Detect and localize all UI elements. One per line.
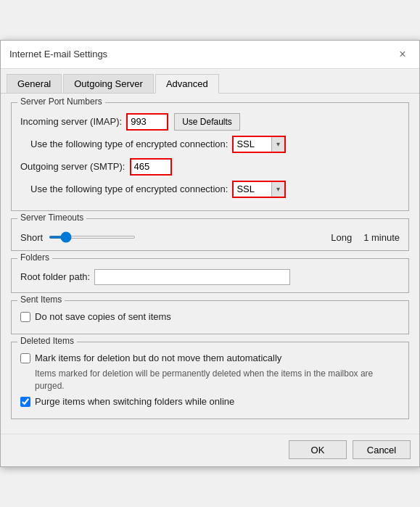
server-ports-title: Server Port Numbers (17, 96, 105, 107)
timeout-slider[interactable] (49, 236, 136, 239)
tab-outgoing[interactable]: Outgoing Server (63, 74, 154, 94)
imap-encryption-row: Use the following type of encrypted conn… (20, 136, 400, 153)
timeout-slider-container (49, 236, 325, 239)
deleted-items-title: Deleted Items (17, 336, 77, 346)
ok-button[interactable]: OK (289, 440, 347, 459)
title-bar: Internet E-mail Settings × (1, 41, 419, 69)
use-defaults-button[interactable]: Use Defaults (174, 113, 240, 131)
timeout-row: Short Long 1 minute (20, 232, 400, 243)
timeout-value: 1 minute (363, 232, 400, 243)
server-timeouts-section: Server Timeouts Short Long 1 minute (11, 218, 409, 251)
incoming-port-input[interactable] (126, 113, 168, 131)
cancel-button[interactable]: Cancel (353, 440, 411, 459)
tabs-bar: General Outgoing Server Advanced (1, 69, 419, 94)
outgoing-server-row: Outgoing server (SMTP): (20, 158, 400, 176)
content-area: Server Port Numbers Incoming server (IMA… (1, 94, 419, 434)
smtp-encryption-label: Use the following type of encrypted conn… (30, 184, 228, 194)
deletion-info-text: Items marked for deletion will be perman… (35, 368, 400, 392)
sent-items-section: Sent Items Do not save copies of sent it… (11, 300, 409, 334)
imap-encryption-select[interactable]: SSL None TLS Auto (234, 137, 271, 152)
imap-encryption-select-wrapper: SSL None TLS Auto ▾ (232, 136, 286, 153)
smtp-encryption-select[interactable]: SSL None TLS Auto (234, 182, 271, 197)
close-button[interactable]: × (395, 46, 411, 62)
do-not-save-row: Do not save copies of sent items (20, 311, 400, 322)
folders-section: Folders Root folder path: (11, 258, 409, 293)
mark-deletion-checkbox[interactable] (20, 353, 30, 363)
tab-advanced[interactable]: Advanced (155, 74, 219, 94)
do-not-save-label: Do not save copies of sent items (35, 311, 171, 322)
server-ports-section: Server Port Numbers Incoming server (IMA… (11, 102, 409, 211)
incoming-server-row: Incoming server (IMAP): Use Defaults (20, 113, 400, 131)
incoming-label: Incoming server (IMAP): (20, 116, 122, 127)
smtp-encryption-chevron[interactable]: ▾ (271, 182, 284, 197)
purge-checkbox[interactable] (20, 397, 30, 407)
outgoing-label: Outgoing server (SMTP): (20, 161, 125, 172)
smtp-encryption-select-wrapper: SSL None TLS Auto ▾ (232, 181, 286, 198)
root-folder-label: Root folder path: (20, 271, 90, 282)
deleted-items-section: Deleted Items Mark items for deletion bu… (11, 342, 409, 420)
sent-items-title: Sent Items (17, 294, 65, 305)
long-label: Long (331, 232, 352, 243)
do-not-save-checkbox[interactable] (20, 312, 30, 322)
smtp-encryption-row: Use the following type of encrypted conn… (20, 181, 400, 198)
server-timeouts-title: Server Timeouts (17, 213, 86, 223)
mark-deletion-row: Mark items for deletion but do not move … (20, 353, 400, 363)
root-folder-row: Root folder path: (20, 269, 400, 285)
purge-row: Purge items when switching folders while… (20, 396, 400, 407)
dialog-title: Internet E-mail Settings (9, 49, 107, 59)
outgoing-port-input[interactable] (130, 158, 172, 176)
imap-encryption-label: Use the following type of encrypted conn… (30, 139, 228, 149)
mark-deletion-label: Mark items for deletion but do not move … (35, 353, 281, 363)
purge-label: Purge items when switching folders while… (35, 396, 234, 407)
bottom-bar: OK Cancel (1, 434, 419, 466)
tab-general[interactable]: General (7, 74, 62, 94)
root-folder-input[interactable] (94, 269, 290, 285)
folders-title: Folders (17, 252, 52, 263)
imap-encryption-chevron[interactable]: ▾ (271, 137, 284, 152)
dialog: Internet E-mail Settings × General Outgo… (0, 40, 420, 468)
short-label: Short (20, 232, 43, 243)
